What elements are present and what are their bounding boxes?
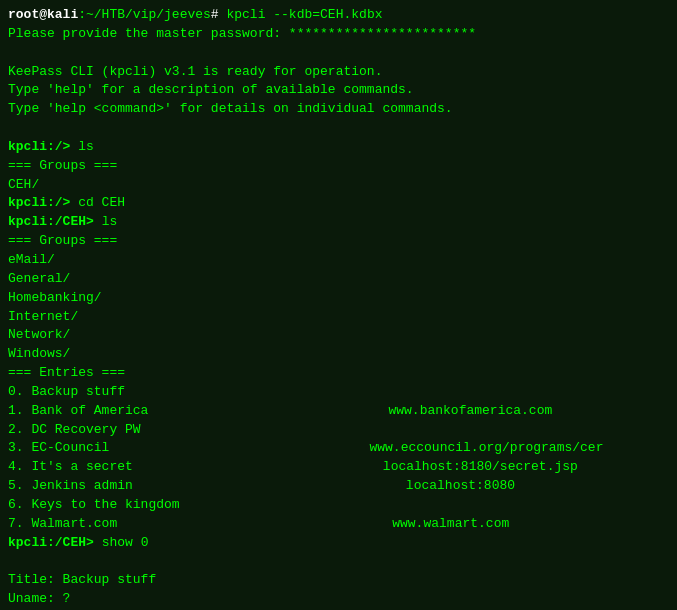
internet-line: Internet/: [8, 308, 669, 327]
email-line: eMail/: [8, 251, 669, 270]
entry2-line: 2. DC Recovery PW: [8, 421, 669, 440]
cmd-cd-line: kpcli:/> cd CEH: [8, 194, 669, 213]
entry4-url: localhost:8180/secret.jsp: [133, 459, 578, 474]
cmd-show-line: kpcli:/CEH> show 0: [8, 534, 669, 553]
entry3-url: www.eccouncil.org/programs/cer: [109, 440, 603, 455]
title-bar-line: root@kali:~/HTB/vip/jeeves# kpcli --kdb=…: [8, 6, 669, 25]
homebanking-line: Homebanking/: [8, 289, 669, 308]
entry5-url: localhost:8080: [133, 478, 515, 493]
ready-line: KeePass CLI (kpcli) v3.1 is ready for op…: [8, 63, 669, 82]
entries-line: === Entries ===: [8, 364, 669, 383]
entry1-line: 1. Bank of Americawww.bankofamerica.com: [8, 402, 669, 421]
groups1-line: === Groups ===: [8, 157, 669, 176]
general-line: General/: [8, 270, 669, 289]
ceh-line: CEH/: [8, 176, 669, 195]
entry6-line: 6. Keys to the kingdom: [8, 496, 669, 515]
help1-line: Type 'help' for a description of availab…: [8, 81, 669, 100]
password-prompt: Please provide the master password: ****…: [8, 25, 669, 44]
command: kpcli --kdb=CEH.kdbx: [226, 7, 382, 22]
groups2-line: === Groups ===: [8, 232, 669, 251]
show-title-line: Title: Backup stuff: [8, 571, 669, 590]
show-uname-line: Uname: ?: [8, 590, 669, 609]
prompt-symbol: #: [211, 7, 227, 22]
entry7-line: 7. Walmart.comwww.walmart.com: [8, 515, 669, 534]
windows-line: Windows/: [8, 345, 669, 364]
blank1: [8, 44, 669, 63]
terminal-window: root@kali:~/HTB/vip/jeeves# kpcli --kdb=…: [0, 0, 677, 610]
entry3-line: 3. EC-Councilwww.eccouncil.org/programs/…: [8, 439, 669, 458]
network-line: Network/: [8, 326, 669, 345]
entry0-line: 0. Backup stuff: [8, 383, 669, 402]
path: :~/HTB/vip/jeeves: [78, 7, 211, 22]
username: root@kali: [8, 7, 78, 22]
entry7-url: www.walmart.com: [117, 516, 509, 531]
cmd-ls-line: kpcli:/> ls: [8, 138, 669, 157]
entry4-line: 4. It's a secretlocalhost:8180/secret.js…: [8, 458, 669, 477]
cmd-ls2-line: kpcli:/CEH> ls: [8, 213, 669, 232]
blank3: [8, 552, 669, 571]
entry1-url: www.bankofamerica.com: [148, 403, 552, 418]
help2-line: Type 'help <command>' for details on ind…: [8, 100, 669, 119]
entry5-line: 5. Jenkins adminlocalhost:8080: [8, 477, 669, 496]
blank2: [8, 119, 669, 138]
